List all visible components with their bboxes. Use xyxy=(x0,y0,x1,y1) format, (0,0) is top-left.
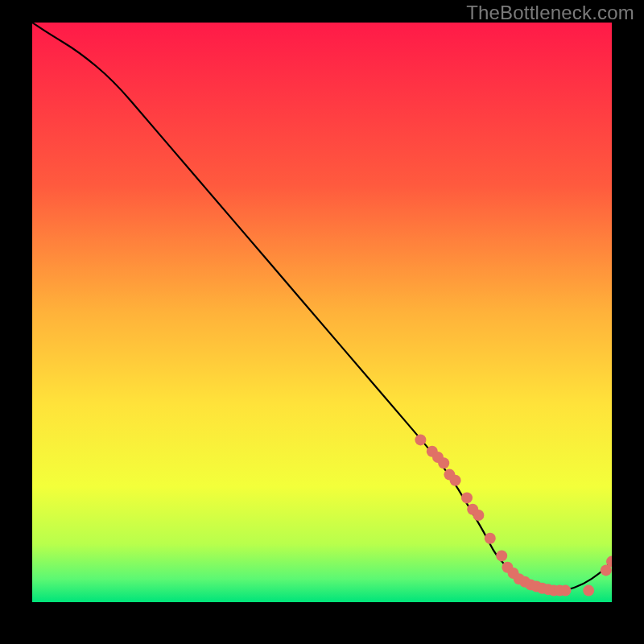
data-marker xyxy=(496,550,507,561)
bottleneck-chart xyxy=(32,23,612,602)
data-marker xyxy=(438,457,449,469)
data-marker xyxy=(461,492,473,503)
data-marker xyxy=(485,533,496,544)
data-marker xyxy=(583,585,594,597)
data-marker xyxy=(415,434,426,445)
data-marker xyxy=(559,585,571,597)
data-marker xyxy=(473,510,484,521)
chart-frame: { "watermark": "TheBottleneck.com", "col… xyxy=(0,0,644,644)
watermark-text: TheBottleneck.com xyxy=(466,2,634,24)
gradient-background xyxy=(32,23,612,602)
data-marker xyxy=(450,475,461,486)
